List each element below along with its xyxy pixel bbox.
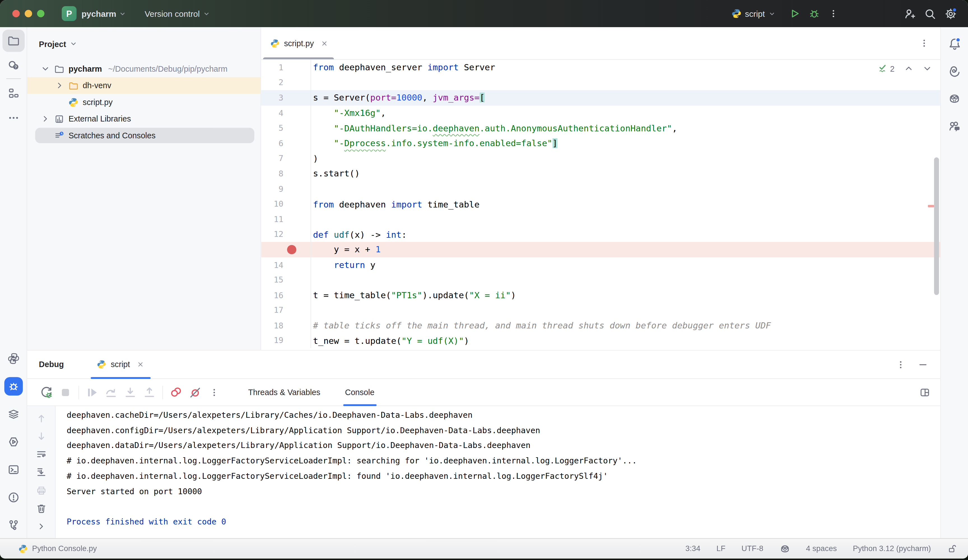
step-over-button[interactable] — [103, 384, 119, 400]
code-line-19[interactable]: 19t_new = t.update("Y = udf(X)") — [261, 333, 940, 348]
line-number[interactable]: 4 — [261, 105, 311, 120]
ai-assistant-button[interactable] — [943, 60, 965, 82]
soft-wrap-icon[interactable] — [34, 448, 48, 461]
editor-tab-script-py[interactable]: script.py — [261, 27, 336, 60]
scroll-to-end-icon[interactable] — [34, 466, 48, 479]
fullscreen-window-button[interactable] — [37, 10, 44, 17]
tree-item-scratches-and-consoles[interactable]: Scratches and Consoles — [27, 127, 260, 144]
tree-item-dh-venv[interactable]: dh-venv — [27, 77, 260, 94]
line-number[interactable]: 5 — [261, 121, 311, 136]
code-line-15[interactable]: 15 — [261, 272, 940, 288]
breakpoint-gutter[interactable] — [261, 242, 311, 257]
code-line-6[interactable]: 6 "-Dprocess.info.system-info.enabled=fa… — [261, 136, 940, 151]
tool-window-problems-button[interactable] — [2, 486, 24, 509]
editor[interactable]: script.py 1from deephaven_server import … — [261, 27, 940, 350]
debug-options-icon[interactable] — [896, 360, 905, 369]
code-line-9[interactable]: 9 — [261, 181, 940, 196]
debug-session-tab[interactable]: script — [90, 351, 152, 378]
step-out-button[interactable] — [141, 384, 157, 400]
code-with-me-button[interactable] — [901, 5, 918, 22]
line-number[interactable]: 10 — [261, 197, 311, 212]
line-number[interactable]: 3 — [261, 90, 311, 105]
step-into-button[interactable] — [122, 384, 138, 400]
line-number[interactable]: 14 — [261, 257, 311, 272]
down-stack-frame-icon[interactable] — [34, 430, 48, 443]
chevron-collapsed-icon[interactable] — [39, 114, 51, 123]
breakpoint-dot[interactable] — [287, 245, 296, 254]
rerun-button[interactable] — [38, 384, 54, 400]
close-session-icon[interactable] — [136, 360, 144, 368]
indent-widget[interactable]: 4 spaces — [806, 544, 837, 553]
code-line-11[interactable]: 11 — [261, 212, 940, 227]
line-number[interactable]: 17 — [261, 303, 311, 318]
code-line-4[interactable]: 4 "-Xmx16g", — [261, 105, 940, 120]
line-number[interactable]: 19 — [261, 333, 311, 348]
tree-item-external-libraries[interactable]: External Libraries — [27, 111, 260, 128]
code-line-1[interactable]: 1from deephaven_server import Server — [261, 60, 940, 75]
status-file[interactable]: Python Console.py — [0, 544, 97, 553]
inspections-widget[interactable]: 2 — [878, 63, 932, 73]
tool-window-services-button[interactable] — [2, 403, 24, 425]
stop-button[interactable] — [57, 384, 73, 400]
tool-window-python-packages-button[interactable] — [2, 348, 24, 369]
line-number[interactable]: 6 — [261, 136, 311, 151]
tool-window-terminal-button[interactable] — [2, 459, 24, 481]
print-icon[interactable] — [34, 484, 48, 497]
tool-window-python-console-button[interactable] — [2, 431, 24, 453]
run-configuration-selector[interactable]: script — [728, 6, 779, 21]
code-line-8[interactable]: 8s.start() — [261, 166, 940, 181]
next-problem-icon[interactable] — [923, 64, 932, 73]
tab-console[interactable]: Console — [343, 379, 376, 406]
code-line-16[interactable]: 16t = time_table("PT1s").update("X = ii"… — [261, 288, 940, 303]
code-line-5[interactable]: 5 "-DAuthHandlers=io.deephaven.auth.Anon… — [261, 121, 940, 136]
caret-position-widget[interactable]: 3:34 — [685, 544, 701, 553]
copilot-button[interactable] — [943, 88, 965, 110]
code-line-7[interactable]: 7) — [261, 151, 940, 166]
more-actions-button[interactable] — [826, 6, 841, 21]
project-badge[interactable]: P — [61, 6, 76, 21]
interpreter-widget[interactable]: Python 3.12 (pycharm) — [853, 544, 931, 553]
line-number[interactable]: 9 — [261, 181, 311, 196]
editor-scrollbar[interactable] — [934, 157, 939, 295]
settings-button[interactable] — [942, 5, 959, 22]
code-line-17[interactable]: 17 — [261, 303, 940, 318]
line-number[interactable]: 2 — [261, 75, 311, 90]
line-number[interactable]: 12 — [261, 227, 311, 242]
tab-threads-variables[interactable]: Threads & Variables — [246, 379, 322, 406]
ai-robot-icon[interactable] — [779, 543, 790, 554]
notifications-button[interactable] — [943, 32, 965, 54]
tree-item-pycharm[interactable]: pycharm~/Documents/Debug/pip/pycharm — [27, 60, 260, 77]
line-number[interactable]: 15 — [261, 272, 311, 288]
code-line-2[interactable]: 2 — [261, 75, 940, 90]
code-line-13[interactable]: y = x + 1 — [261, 242, 940, 257]
code-line-10[interactable]: 10from deephaven import time_table — [261, 197, 940, 212]
encoding-widget[interactable]: UTF-8 — [741, 544, 763, 553]
tool-window-version-control-button[interactable] — [2, 514, 24, 536]
expand-toolbar-icon[interactable] — [34, 520, 48, 533]
chevron-expanded-icon[interactable] — [39, 64, 51, 73]
close-tab-icon[interactable] — [321, 39, 329, 47]
debug-button[interactable] — [806, 6, 822, 22]
code-line-18[interactable]: 18# table ticks off the main thread, and… — [261, 318, 940, 333]
more-tool-windows-button[interactable] — [2, 107, 24, 129]
toolbar-more-icon[interactable] — [206, 384, 222, 400]
code-line-12[interactable]: 12def udf(x) -> int: — [261, 227, 940, 242]
code-line-14[interactable]: 14 return y — [261, 257, 940, 272]
close-window-button[interactable] — [12, 10, 20, 17]
view-breakpoints-button[interactable] — [168, 384, 184, 400]
resume-button[interactable] — [84, 384, 100, 400]
line-number[interactable]: 11 — [261, 212, 311, 227]
editor-tab-options-icon[interactable] — [919, 27, 940, 60]
prev-problem-icon[interactable] — [904, 64, 913, 73]
project-panel-header[interactable]: Project — [27, 30, 260, 58]
chevron-collapsed-icon[interactable] — [53, 81, 66, 90]
search-everywhere-button[interactable] — [922, 5, 938, 22]
code-with-me-users-button[interactable] — [943, 115, 965, 138]
inspections-count[interactable]: 2 — [878, 63, 895, 73]
clear-console-icon[interactable] — [34, 502, 48, 515]
tool-window-debug-button[interactable] — [4, 377, 22, 396]
split-layout-icon[interactable] — [919, 387, 930, 398]
tool-window-help-button[interactable]: ? — [2, 54, 24, 76]
up-stack-frame-icon[interactable] — [34, 412, 48, 425]
minimize-window-button[interactable] — [25, 10, 32, 17]
